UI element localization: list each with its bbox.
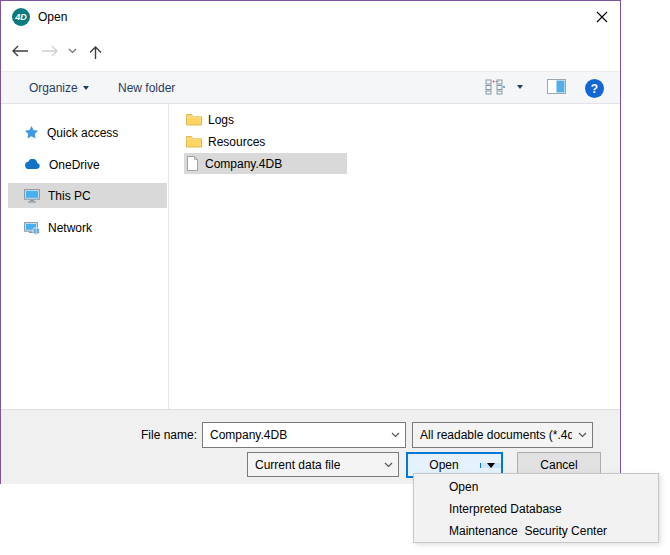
sidebar-divider bbox=[168, 104, 169, 409]
computer-icon bbox=[24, 189, 40, 203]
menu-item-maintenance-security-center[interactable]: Maintenance Security Center bbox=[414, 520, 658, 542]
file-name: Company.4DB bbox=[205, 157, 282, 171]
file-row-resources[interactable]: Resources bbox=[184, 131, 347, 152]
file-name-combobox bbox=[202, 422, 406, 448]
chevron-down-icon bbox=[68, 48, 77, 54]
preview-pane-button[interactable] bbox=[547, 79, 566, 94]
help-button[interactable]: ? bbox=[585, 79, 604, 98]
screen: 4D Open bbox=[0, 0, 670, 555]
help-icon: ? bbox=[585, 79, 604, 98]
file-row-company-4db[interactable]: Company.4DB bbox=[184, 153, 347, 174]
view-mode-dropdown[interactable] bbox=[517, 85, 523, 89]
up-button[interactable] bbox=[89, 45, 102, 60]
open-dropdown-button[interactable] bbox=[480, 463, 501, 468]
open-dropdown-menu: Open Interpreted Database Maintenance Se… bbox=[413, 473, 659, 543]
folder-icon bbox=[186, 135, 202, 148]
menu-item-open[interactable]: Open bbox=[414, 476, 658, 498]
sidebar-item-this-pc[interactable]: This PC bbox=[8, 183, 167, 208]
forward-arrow-icon bbox=[41, 45, 59, 57]
sidebar-item-label: OneDrive bbox=[49, 158, 100, 172]
up-arrow-icon bbox=[89, 45, 102, 60]
back-button[interactable] bbox=[11, 45, 29, 57]
sidebar-item-label: Quick access bbox=[47, 126, 118, 140]
sidebar-item-quick-access[interactable]: Quick access bbox=[8, 120, 167, 145]
chevron-down-icon bbox=[378, 462, 398, 468]
chevron-down-icon bbox=[572, 432, 592, 438]
recent-locations-button[interactable] bbox=[68, 48, 77, 54]
file-name-label: File name: bbox=[101, 422, 197, 448]
open-button[interactable]: Open bbox=[408, 458, 480, 472]
network-icon bbox=[24, 221, 40, 235]
file-type-value: All readable documents (*.4db; bbox=[413, 428, 572, 442]
preview-pane-icon bbox=[547, 79, 566, 94]
details-view-icon bbox=[485, 79, 505, 95]
file-name: Resources bbox=[208, 135, 265, 149]
folder-icon bbox=[186, 113, 202, 126]
chevron-down-icon[interactable] bbox=[385, 432, 405, 438]
chevron-down-icon bbox=[83, 86, 89, 90]
sidebar-item-label: Network bbox=[48, 221, 92, 235]
dialog-body: Quick access OneDrive This PC bbox=[1, 104, 620, 409]
new-folder-button[interactable]: New folder bbox=[118, 72, 175, 103]
view-mode-button[interactable] bbox=[485, 79, 505, 95]
command-toolbar: Organize New folder bbox=[1, 71, 620, 104]
file-row-logs[interactable]: Logs bbox=[184, 109, 347, 130]
forward-button[interactable] bbox=[41, 45, 59, 57]
sidebar-item-network[interactable]: Network bbox=[8, 215, 167, 240]
organize-button[interactable]: Organize bbox=[29, 72, 89, 103]
file-name: Logs bbox=[208, 113, 234, 127]
sidebar-item-onedrive[interactable]: OneDrive bbox=[8, 152, 167, 177]
4d-logo-icon: 4D bbox=[12, 8, 30, 26]
titlebar: 4D Open bbox=[1, 1, 620, 33]
document-icon bbox=[186, 156, 199, 171]
file-name-input[interactable] bbox=[203, 428, 385, 442]
dropdown-arrow-icon bbox=[487, 463, 495, 468]
new-folder-label: New folder bbox=[118, 81, 175, 95]
open-dialog: 4D Open bbox=[0, 0, 621, 484]
data-file-select[interactable]: Current data file bbox=[247, 452, 399, 477]
organize-label: Organize bbox=[29, 81, 78, 95]
close-button[interactable] bbox=[590, 6, 614, 28]
chevron-down-icon bbox=[517, 85, 523, 89]
close-icon bbox=[596, 11, 608, 23]
file-type-select[interactable]: All readable documents (*.4db; bbox=[412, 422, 593, 448]
cloud-icon bbox=[24, 159, 41, 170]
sidebar-item-label: This PC bbox=[48, 189, 91, 203]
star-icon bbox=[24, 125, 39, 140]
navigation-bar: « DATAB... Company.4dbase bbox=[1, 33, 620, 71]
window-title: Open bbox=[38, 10, 67, 24]
menu-item-interpreted-database[interactable]: Interpreted Database bbox=[414, 498, 658, 520]
back-arrow-icon bbox=[11, 45, 29, 57]
data-file-value: Current data file bbox=[248, 458, 378, 472]
